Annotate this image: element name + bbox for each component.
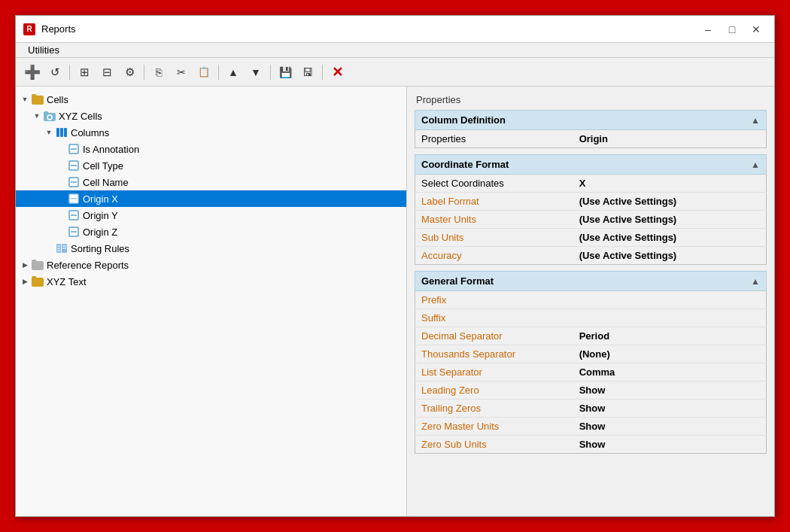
tree-item-origin-y[interactable]: Origin Y (16, 207, 406, 223)
columns-icon (55, 126, 68, 139)
up-arrow-icon: ▲ (228, 66, 239, 78)
undo-button[interactable]: ↺ (44, 62, 65, 82)
prop-label-select-coords: Select Coordinates (415, 175, 573, 193)
tree-item-cell-type[interactable]: Cell Type (16, 157, 406, 174)
title-bar: R Reports – □ ✕ (16, 16, 774, 43)
prop-value-accuracy: (Use Active Settings) (573, 247, 767, 265)
prop-label-leading-zero: Leading Zero (415, 382, 573, 400)
prop-label-decimal-sep: Decimal Separator (415, 327, 573, 345)
minimize-button[interactable]: – (697, 21, 719, 38)
expand-reference-reports[interactable]: ▶ (19, 259, 31, 271)
expand-cols-icon: ⊞ (80, 65, 90, 79)
prop-label-label-format: Label Format (415, 193, 573, 211)
prop-value-master-units: (Use Active Settings) (573, 211, 767, 229)
tree-item-reference-reports[interactable]: ▶ Reference Reports (16, 257, 406, 273)
tree-item-origin-x[interactable]: Origin X (16, 190, 406, 207)
table-row: Sub Units (Use Active Settings) (415, 229, 767, 247)
tree-item-origin-z[interactable]: Origin Z (16, 223, 406, 240)
prop-label-suffix: Suffix (415, 309, 573, 327)
field-icon-origin-x (67, 192, 81, 205)
table-button[interactable]: ⊟ (96, 62, 117, 82)
prop-label-sub-units: Sub Units (415, 229, 573, 247)
toolbar-separator-1 (69, 65, 70, 80)
section-header-general-format[interactable]: General Format ▲ (415, 271, 767, 291)
chevron-general-format: ▲ (751, 276, 760, 287)
save-button[interactable]: 💾 (275, 62, 296, 82)
paste-button[interactable]: 📋 (193, 62, 214, 82)
field-icon-is-annotation (67, 142, 81, 156)
tree-item-is-annotation[interactable]: Is Annotation (16, 141, 406, 157)
section-header-coordinate-format[interactable]: Coordinate Format ▲ (415, 154, 767, 175)
properties-title: Properties (415, 91, 767, 110)
toolbar: ➕ ↺ ⊞ ⊟ ⚙ ⎘ ✂ 📋 ▲ ▼ (16, 58, 774, 87)
tree-item-xyz-text[interactable]: ▶ XYZ Text (16, 273, 406, 290)
xyz-text-label: XYZ Text (47, 276, 87, 287)
expand-cols-button[interactable]: ⊞ (74, 62, 95, 82)
prop-label-thousands-sep: Thousands Separator (415, 345, 573, 363)
section-column-definition-label: Column Definition (421, 114, 506, 126)
tree-item-columns[interactable]: ▼ Columns (16, 124, 406, 141)
cut-button[interactable]: ✂ (171, 62, 192, 82)
prop-value-properties: Origin (573, 130, 767, 148)
table-row: Accuracy (Use Active Settings) (415, 247, 767, 265)
table-row: Select Coordinates X (415, 175, 767, 193)
svg-rect-3 (64, 128, 67, 137)
toolbar-separator-3 (218, 65, 219, 80)
tree-item-cell-name[interactable]: Cell Name (16, 174, 406, 190)
table-row: Zero Master Units Show (415, 418, 767, 436)
sorting-rules-label: Sorting Rules (71, 243, 129, 254)
chevron-column-definition: ▲ (751, 115, 760, 126)
expand-xyz-text[interactable]: ▶ (19, 275, 31, 287)
undo-icon: ↺ (50, 65, 60, 79)
prop-value-suffix (573, 309, 767, 327)
cell-name-label: Cell Name (83, 177, 129, 188)
tree-item-sorting-rules[interactable]: Sorting Rules (16, 240, 406, 257)
toolbar-separator-5 (322, 65, 323, 80)
delete-button[interactable]: ✕ (327, 62, 348, 82)
expand-xyz-cells[interactable]: ▼ (31, 110, 43, 122)
table-row: Prefix (415, 291, 767, 309)
section-header-column-definition[interactable]: Column Definition ▲ (415, 110, 767, 130)
svg-rect-1 (56, 128, 59, 137)
prop-label-trailing-zeros: Trailing Zeros (415, 400, 573, 418)
section-coordinate-format-label: Coordinate Format (421, 159, 509, 170)
copy-button[interactable]: ⎘ (148, 62, 169, 82)
close-button[interactable]: ✕ (746, 21, 767, 38)
table-row: Trailing Zeros Show (415, 400, 767, 418)
maximize-button[interactable]: □ (722, 21, 743, 38)
section-general-format-label: General Format (421, 275, 494, 287)
cell-type-label: Cell Type (83, 160, 123, 172)
tree-item-cells[interactable]: ▼ Cells (16, 91, 406, 108)
move-down-button[interactable]: ▼ (245, 62, 266, 82)
field-icon-cell-type (67, 159, 81, 172)
prop-value-thousands-sep: (None) (573, 345, 767, 363)
settings-icon: ⚙ (125, 65, 135, 79)
prop-value-select-coords: X (573, 175, 767, 193)
cut-icon: ✂ (177, 66, 186, 78)
move-up-button[interactable]: ▲ (223, 62, 244, 82)
menu-utilities[interactable]: Utilities (23, 43, 64, 57)
tree-panel: ▼ Cells ▼ XYZ Cells ▼ (16, 87, 407, 516)
expand-cells[interactable]: ▼ (19, 93, 31, 105)
prop-label-list-sep: List Separator (415, 363, 573, 382)
table-row: Properties Origin (415, 130, 767, 148)
add-icon: ➕ (24, 65, 41, 79)
table-row: List Separator Comma (415, 363, 767, 382)
app-icon: R (23, 23, 35, 35)
save-icon: 💾 (279, 66, 292, 78)
toolbar-separator-4 (270, 65, 271, 80)
paste-icon: 📋 (198, 66, 210, 78)
expand-columns[interactable]: ▼ (43, 126, 55, 138)
tree-item-xyz-cells[interactable]: ▼ XYZ Cells (16, 108, 406, 124)
columns-label: Columns (71, 127, 109, 138)
toolbar-separator-2 (144, 65, 144, 80)
cells-label: Cells (47, 94, 68, 105)
prop-value-list-sep: Comma (573, 363, 767, 382)
save-as-button[interactable]: 🖫 (297, 62, 318, 82)
add-button[interactable]: ➕ (22, 62, 43, 82)
folder-icon (31, 93, 44, 106)
origin-z-label: Origin Z (83, 226, 117, 238)
settings-button[interactable]: ⚙ (119, 62, 140, 82)
main-window: R Reports – □ ✕ Utilities ➕ ↺ ⊞ ⊟ ⚙ (15, 15, 775, 517)
prop-value-label-format: (Use Active Settings) (573, 193, 767, 211)
